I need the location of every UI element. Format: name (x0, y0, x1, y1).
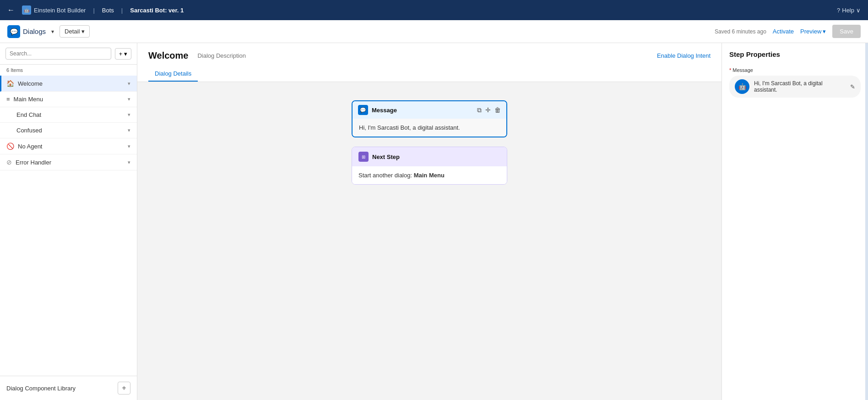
sidebar-item-chevron: ▾ (128, 96, 130, 102)
dialog-title: Welcome (148, 50, 188, 61)
nav-separator2: | (121, 7, 123, 14)
back-icon: ← (7, 6, 15, 14)
sidebar-item-confused[interactable]: Confused ▾ (0, 123, 137, 138)
search-input[interactable] (5, 48, 111, 60)
sidebar-item-label: Welcome (18, 80, 124, 87)
right-actions: Saved 6 minutes ago Activate Preview ▾ S… (715, 25, 861, 38)
message-card-title: Message (372, 107, 473, 114)
dialogs-chevron-button[interactable]: ▾ (51, 28, 54, 35)
sidebar-item-label: Error Handler (16, 159, 124, 166)
next-step-title: Next Step (372, 153, 400, 160)
message-card-icon: 💬 (358, 105, 368, 115)
sidebar-item-label: Main Menu (14, 96, 124, 103)
sidebar-item-chevron: ▾ (128, 159, 130, 165)
item-count: 6 Items (0, 65, 137, 76)
message-card-header: 💬 Message ⧉ ✛ 🗑 (353, 101, 506, 119)
next-step-body-text: Start another dialog: (358, 172, 412, 179)
help-label: Help (842, 7, 854, 14)
canvas-body: 💬 Message ⧉ ✛ 🗑 Hi, I'm Sarcasti Bot, a … (137, 82, 722, 400)
saved-status: Saved 6 minutes ago (715, 28, 766, 35)
message-preview-text: Hi, I'm Sarcasti Bot, a digital assistan… (754, 80, 846, 93)
detail-chevron-icon: ▾ (81, 28, 85, 35)
canvas-header: Welcome Dialog Description Enable Dialog… (137, 43, 722, 82)
brand-section: 🤖 Einstein Bot Builder (22, 5, 86, 15)
message-copy-button[interactable]: ⧉ (477, 106, 482, 114)
add-dialog-button[interactable]: + ▾ (115, 48, 131, 60)
error-handler-icon: ⊘ (6, 159, 12, 166)
sidebar: + ▾ 6 Items 🏠 Welcome ▾ ≡ Main Menu ▾ En… (0, 43, 137, 400)
sidebar-item-chevron: ▾ (128, 143, 130, 149)
message-move-button[interactable]: ✛ (485, 106, 491, 114)
preview-label: Preview (800, 28, 821, 35)
brand-label: Einstein Bot Builder (34, 7, 86, 14)
tab-dialog-details[interactable]: Dialog Details (148, 66, 198, 82)
next-step-header: ⊞ Next Step (352, 147, 507, 166)
panel-resize-handle[interactable] (865, 43, 868, 400)
main-layout: + ▾ 6 Items 🏠 Welcome ▾ ≡ Main Menu ▾ En… (0, 43, 868, 400)
top-nav: ← 🤖 Einstein Bot Builder | Bots | Sarcas… (0, 0, 868, 20)
sidebar-item-error-handler[interactable]: ⊘ Error Handler ▾ (0, 154, 137, 170)
next-step-body: Start another dialog: Main Menu (352, 166, 507, 184)
activate-button[interactable]: Activate (773, 28, 794, 35)
sidebar-item-end-chat[interactable]: End Chat ▾ (0, 107, 137, 123)
sidebar-item-chevron: ▾ (128, 127, 130, 133)
next-step-icon: ⊞ (358, 152, 369, 162)
sub-nav: 💬 Dialogs ▾ Detail ▾ Saved 6 minutes ago… (0, 20, 868, 43)
enable-intent-button[interactable]: Enable Dialog Intent (657, 52, 711, 59)
canvas-tabs: Dialog Details (148, 66, 711, 82)
sidebar-search-bar: + ▾ (0, 43, 137, 65)
preview-button[interactable]: Preview ▾ (800, 28, 826, 35)
dialogs-section: 💬 Dialogs (7, 25, 46, 38)
help-chevron-icon: ∨ (856, 7, 861, 14)
hamburger-icon: ≡ (6, 96, 10, 103)
home-icon: 🏠 (6, 80, 14, 87)
avatar: 🤖 (735, 79, 749, 94)
message-preview: 🤖 Hi, I'm Sarcasti Bot, a digital assist… (729, 76, 861, 98)
step-properties-panel: Step Properties * Message 🤖 Hi, I'm Sarc… (722, 43, 868, 400)
bot-builder-icon: 🤖 (22, 5, 31, 15)
sidebar-item-label: End Chat (16, 111, 124, 118)
sidebar-item-label: Confused (16, 127, 124, 134)
message-card-body: Hi, I'm Sarcasti Bot, a digital assistan… (353, 119, 506, 137)
edit-message-button[interactable]: ✎ (850, 83, 855, 90)
nav-separator: | (93, 7, 94, 14)
component-library-label: Dialog Component Library (6, 385, 76, 392)
message-card-actions: ⧉ ✛ 🗑 (477, 106, 501, 114)
question-icon: ? (837, 7, 840, 14)
step-properties-title: Step Properties (729, 50, 861, 58)
message-delete-button[interactable]: 🗑 (494, 106, 501, 114)
back-button[interactable]: ← (7, 6, 15, 14)
component-library-add-button[interactable]: + (118, 382, 130, 395)
detail-button[interactable]: Detail ▾ (60, 25, 90, 38)
save-button[interactable]: Save (832, 25, 861, 38)
next-step-card[interactable]: ⊞ Next Step Start another dialog: Main M… (352, 147, 507, 185)
no-agent-icon: 🚫 (6, 142, 14, 150)
help-button[interactable]: ? Help ∨ (837, 7, 861, 14)
canvas-header-top: Welcome Dialog Description Enable Dialog… (148, 50, 711, 61)
sidebar-item-chevron: ▾ (128, 81, 130, 87)
bot-name: Sarcasti Bot: ver. 1 (130, 7, 184, 14)
sidebar-item-main-menu[interactable]: ≡ Main Menu ▾ (0, 92, 137, 107)
message-field-label: * Message (729, 67, 861, 73)
next-step-dialog-name: Main Menu (414, 172, 445, 179)
sidebar-footer: Dialog Component Library + (0, 376, 137, 400)
sidebar-item-chevron: ▾ (128, 112, 130, 118)
detail-label: Detail (65, 28, 80, 35)
preview-chevron-icon: ▾ (823, 28, 826, 35)
sidebar-item-label: No Agent (18, 143, 124, 150)
sidebar-item-welcome[interactable]: 🏠 Welcome ▾ (0, 76, 137, 92)
canvas-area: Welcome Dialog Description Enable Dialog… (137, 43, 722, 400)
dialogs-icon: 💬 (7, 25, 20, 38)
message-card[interactable]: 💬 Message ⧉ ✛ 🗑 Hi, I'm Sarcasti Bot, a … (352, 100, 507, 137)
sidebar-item-no-agent[interactable]: 🚫 No Agent ▾ (0, 138, 137, 154)
bots-label: Bots (102, 7, 114, 14)
dialogs-label-text: Dialogs (23, 27, 46, 35)
dialog-description: Dialog Description (197, 52, 246, 59)
